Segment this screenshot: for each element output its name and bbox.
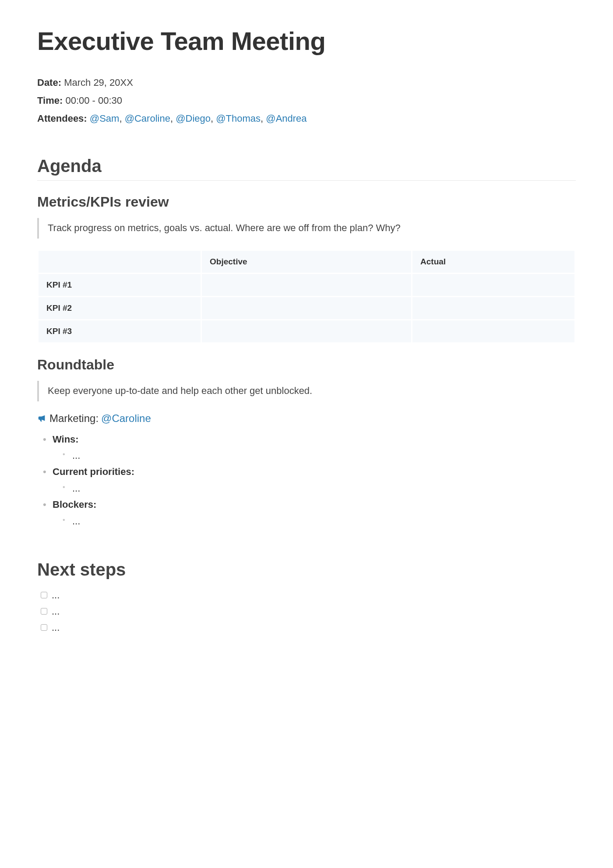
date-label: Date: bbox=[37, 77, 61, 88]
roundtable-heading: Roundtable bbox=[37, 357, 576, 373]
kpi-actual-cell bbox=[412, 274, 574, 296]
list-item-label: Current priorities: bbox=[53, 466, 134, 477]
next-steps-heading: Next steps bbox=[37, 560, 576, 580]
list-item: Blockers:... bbox=[42, 496, 576, 529]
checkbox[interactable] bbox=[41, 592, 47, 598]
list-item: Wins:... bbox=[42, 431, 576, 464]
list-sub-item: ... bbox=[61, 480, 576, 496]
meta-time: Time: 00:00 - 00:30 bbox=[37, 93, 576, 108]
checklist-text: ... bbox=[52, 604, 60, 619]
checkbox[interactable] bbox=[41, 608, 47, 615]
kpi-row-label: KPI #2 bbox=[39, 297, 201, 319]
checklist-item: ... bbox=[41, 587, 576, 603]
table-row: KPI #3 bbox=[39, 320, 574, 342]
kpi-col-objective: Objective bbox=[202, 251, 411, 273]
attendee-mention[interactable]: @Caroline bbox=[125, 113, 170, 124]
checklist-item: ... bbox=[41, 620, 576, 635]
list-item-label: Blockers: bbox=[53, 499, 96, 510]
kpi-table: Objective Actual KPI #1KPI #2KPI #3 bbox=[37, 250, 576, 344]
page-title: Executive Team Meeting bbox=[37, 26, 576, 56]
kpi-col-actual: Actual bbox=[412, 251, 574, 273]
checklist-item: ... bbox=[41, 604, 576, 619]
megaphone-icon bbox=[37, 414, 47, 423]
roundtable-blockquote: Keep everyone up-to-date and help each o… bbox=[37, 381, 576, 401]
attendee-mention[interactable]: @Sam bbox=[90, 113, 120, 124]
list-sub-item: ... bbox=[61, 513, 576, 529]
time-value: 00:00 - 00:30 bbox=[65, 95, 122, 106]
checklist-text: ... bbox=[52, 620, 60, 635]
attendees-list: @Sam, @Caroline, @Diego, @Thomas, @Andre… bbox=[90, 113, 307, 124]
table-row: KPI #2 bbox=[39, 297, 574, 319]
kpi-row-label: KPI #3 bbox=[39, 320, 201, 342]
metrics-blockquote: Track progress on metrics, goals vs. act… bbox=[37, 218, 576, 239]
kpi-col-empty bbox=[39, 251, 201, 273]
table-row: KPI #1 bbox=[39, 274, 574, 296]
checklist-text: ... bbox=[52, 587, 60, 603]
attendees-label: Attendees: bbox=[37, 113, 87, 124]
roundtable-section-label: Marketing: bbox=[49, 412, 99, 425]
kpi-objective-cell bbox=[202, 297, 411, 319]
attendee-mention[interactable]: @Thomas bbox=[216, 113, 261, 124]
date-value: March 29, 20XX bbox=[64, 77, 133, 88]
attendee-mention[interactable]: @Diego bbox=[176, 113, 211, 124]
next-steps-list: ......... bbox=[41, 587, 576, 636]
roundtable-owner-mention[interactable]: @Caroline bbox=[101, 412, 151, 425]
kpi-objective-cell bbox=[202, 274, 411, 296]
roundtable-section-lead: Marketing: @Caroline bbox=[37, 412, 576, 425]
meta-attendees: Attendees: @Sam, @Caroline, @Diego, @Tho… bbox=[37, 111, 576, 126]
kpi-actual-cell bbox=[412, 297, 574, 319]
checkbox[interactable] bbox=[41, 624, 47, 631]
list-sub-item: ... bbox=[61, 447, 576, 464]
attendee-mention[interactable]: @Andrea bbox=[266, 113, 306, 124]
agenda-heading: Agenda bbox=[37, 156, 576, 181]
list-item: Current priorities:... bbox=[42, 464, 576, 496]
roundtable-items: Wins:...Current priorities:...Blockers:.… bbox=[42, 431, 576, 529]
kpi-row-label: KPI #1 bbox=[39, 274, 201, 296]
meta-date: Date: March 29, 20XX bbox=[37, 75, 576, 90]
kpi-actual-cell bbox=[412, 320, 574, 342]
list-item-label: Wins: bbox=[53, 434, 79, 445]
metrics-heading: Metrics/KPIs review bbox=[37, 194, 576, 210]
time-label: Time: bbox=[37, 95, 63, 106]
kpi-objective-cell bbox=[202, 320, 411, 342]
